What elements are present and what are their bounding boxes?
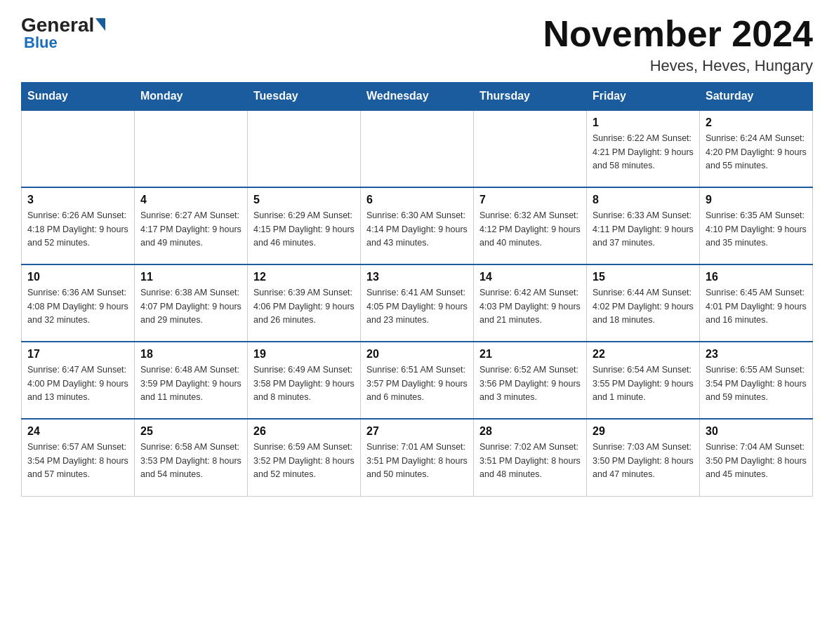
calendar-cell: 21Sunrise: 6:52 AM Sunset: 3:56 PM Dayli… bbox=[474, 342, 587, 419]
calendar-cell: 19Sunrise: 6:49 AM Sunset: 3:58 PM Dayli… bbox=[248, 342, 361, 419]
calendar-cell: 15Sunrise: 6:44 AM Sunset: 4:02 PM Dayli… bbox=[587, 264, 700, 342]
calendar-cell: 13Sunrise: 6:41 AM Sunset: 4:05 PM Dayli… bbox=[361, 264, 474, 342]
day-number: 6 bbox=[366, 194, 468, 206]
day-number: 16 bbox=[706, 271, 807, 283]
day-info: Sunrise: 6:24 AM Sunset: 4:20 PM Dayligh… bbox=[706, 132, 807, 173]
day-number: 14 bbox=[479, 271, 581, 283]
calendar-cell: 12Sunrise: 6:39 AM Sunset: 4:06 PM Dayli… bbox=[248, 264, 361, 342]
calendar-subtitle: Heves, Heves, Hungary bbox=[543, 57, 813, 75]
calendar-cell: 30Sunrise: 7:04 AM Sunset: 3:50 PM Dayli… bbox=[700, 419, 813, 496]
day-number: 18 bbox=[140, 348, 241, 361]
calendar-week-row: 17Sunrise: 6:47 AM Sunset: 4:00 PM Dayli… bbox=[22, 342, 813, 419]
day-info: Sunrise: 6:59 AM Sunset: 3:52 PM Dayligh… bbox=[253, 441, 355, 481]
calendar-cell: 25Sunrise: 6:58 AM Sunset: 3:53 PM Dayli… bbox=[135, 419, 248, 496]
day-number: 11 bbox=[140, 271, 241, 283]
day-info: Sunrise: 6:38 AM Sunset: 4:07 PM Dayligh… bbox=[140, 286, 241, 327]
weekday-header-thursday: Thursday bbox=[474, 83, 587, 111]
day-info: Sunrise: 7:03 AM Sunset: 3:50 PM Dayligh… bbox=[593, 441, 694, 481]
day-number: 22 bbox=[593, 348, 694, 361]
day-number: 30 bbox=[706, 425, 807, 438]
day-info: Sunrise: 7:01 AM Sunset: 3:51 PM Dayligh… bbox=[366, 441, 468, 481]
day-number: 26 bbox=[253, 425, 355, 438]
calendar-cell: 11Sunrise: 6:38 AM Sunset: 4:07 PM Dayli… bbox=[135, 264, 248, 342]
calendar-cell: 24Sunrise: 6:57 AM Sunset: 3:54 PM Dayli… bbox=[22, 419, 135, 496]
day-info: Sunrise: 6:47 AM Sunset: 4:00 PM Dayligh… bbox=[27, 363, 128, 404]
weekday-header-tuesday: Tuesday bbox=[248, 83, 361, 111]
weekday-header-saturday: Saturday bbox=[700, 83, 813, 111]
day-info: Sunrise: 6:58 AM Sunset: 3:53 PM Dayligh… bbox=[140, 441, 241, 481]
day-info: Sunrise: 6:39 AM Sunset: 4:06 PM Dayligh… bbox=[253, 286, 355, 327]
day-number: 7 bbox=[479, 194, 581, 206]
calendar-cell: 20Sunrise: 6:51 AM Sunset: 3:57 PM Dayli… bbox=[361, 342, 474, 419]
day-number: 28 bbox=[479, 425, 581, 438]
calendar-cell: 29Sunrise: 7:03 AM Sunset: 3:50 PM Dayli… bbox=[587, 419, 700, 496]
day-number: 29 bbox=[593, 425, 694, 438]
day-number: 24 bbox=[27, 425, 128, 438]
calendar-cell: 23Sunrise: 6:55 AM Sunset: 3:54 PM Dayli… bbox=[700, 342, 813, 419]
day-number: 23 bbox=[706, 348, 807, 361]
day-number: 10 bbox=[27, 271, 128, 283]
calendar-cell: 9Sunrise: 6:35 AM Sunset: 4:10 PM Daylig… bbox=[700, 187, 813, 264]
calendar-cell: 28Sunrise: 7:02 AM Sunset: 3:51 PM Dayli… bbox=[474, 419, 587, 496]
logo-blue-label: Blue bbox=[24, 34, 105, 52]
calendar-cell bbox=[135, 110, 248, 187]
calendar-title: November 2024 bbox=[543, 14, 813, 54]
day-info: Sunrise: 6:52 AM Sunset: 3:56 PM Dayligh… bbox=[479, 363, 581, 404]
day-info: Sunrise: 6:41 AM Sunset: 4:05 PM Dayligh… bbox=[366, 286, 468, 327]
weekday-header-row: SundayMondayTuesdayWednesdayThursdayFrid… bbox=[22, 83, 813, 111]
calendar-cell: 10Sunrise: 6:36 AM Sunset: 4:08 PM Dayli… bbox=[22, 264, 135, 342]
day-info: Sunrise: 6:48 AM Sunset: 3:59 PM Dayligh… bbox=[140, 363, 241, 404]
page-header: General Blue November 2024 Heves, Heves,… bbox=[21, 14, 813, 75]
calendar-cell: 16Sunrise: 6:45 AM Sunset: 4:01 PM Dayli… bbox=[700, 264, 813, 342]
day-number: 4 bbox=[140, 194, 241, 206]
day-info: Sunrise: 6:27 AM Sunset: 4:17 PM Dayligh… bbox=[140, 209, 241, 250]
title-area: November 2024 Heves, Heves, Hungary bbox=[543, 14, 813, 75]
day-info: Sunrise: 6:44 AM Sunset: 4:02 PM Dayligh… bbox=[593, 286, 694, 327]
calendar-cell bbox=[361, 110, 474, 187]
day-number: 2 bbox=[706, 116, 807, 129]
day-info: Sunrise: 6:45 AM Sunset: 4:01 PM Dayligh… bbox=[706, 286, 807, 327]
calendar-cell bbox=[22, 110, 135, 187]
day-info: Sunrise: 6:33 AM Sunset: 4:11 PM Dayligh… bbox=[593, 209, 694, 250]
calendar-cell: 17Sunrise: 6:47 AM Sunset: 4:00 PM Dayli… bbox=[22, 342, 135, 419]
weekday-header-friday: Friday bbox=[587, 83, 700, 111]
day-number: 8 bbox=[593, 194, 694, 206]
day-number: 27 bbox=[366, 425, 468, 438]
calendar-table: SundayMondayTuesdayWednesdayThursdayFrid… bbox=[21, 82, 813, 497]
day-info: Sunrise: 6:57 AM Sunset: 3:54 PM Dayligh… bbox=[27, 441, 128, 481]
day-number: 12 bbox=[253, 271, 355, 283]
day-info: Sunrise: 6:26 AM Sunset: 4:18 PM Dayligh… bbox=[27, 209, 128, 250]
day-number: 21 bbox=[479, 348, 581, 361]
day-info: Sunrise: 6:36 AM Sunset: 4:08 PM Dayligh… bbox=[27, 286, 128, 327]
calendar-cell: 7Sunrise: 6:32 AM Sunset: 4:12 PM Daylig… bbox=[474, 187, 587, 264]
day-number: 15 bbox=[593, 271, 694, 283]
weekday-header-wednesday: Wednesday bbox=[361, 83, 474, 111]
calendar-cell: 27Sunrise: 7:01 AM Sunset: 3:51 PM Dayli… bbox=[361, 419, 474, 496]
day-info: Sunrise: 7:02 AM Sunset: 3:51 PM Dayligh… bbox=[479, 441, 581, 481]
calendar-cell: 4Sunrise: 6:27 AM Sunset: 4:17 PM Daylig… bbox=[135, 187, 248, 264]
day-number: 19 bbox=[253, 348, 355, 361]
calendar-cell bbox=[248, 110, 361, 187]
weekday-header-monday: Monday bbox=[135, 83, 248, 111]
day-info: Sunrise: 6:35 AM Sunset: 4:10 PM Dayligh… bbox=[706, 209, 807, 250]
day-info: Sunrise: 7:04 AM Sunset: 3:50 PM Dayligh… bbox=[706, 441, 807, 481]
day-info: Sunrise: 6:55 AM Sunset: 3:54 PM Dayligh… bbox=[706, 363, 807, 404]
logo-arrow-icon bbox=[95, 18, 105, 31]
day-info: Sunrise: 6:42 AM Sunset: 4:03 PM Dayligh… bbox=[479, 286, 581, 327]
day-info: Sunrise: 6:22 AM Sunset: 4:21 PM Dayligh… bbox=[593, 132, 694, 173]
day-number: 9 bbox=[706, 194, 807, 206]
calendar-cell: 1Sunrise: 6:22 AM Sunset: 4:21 PM Daylig… bbox=[587, 110, 700, 187]
calendar-cell: 3Sunrise: 6:26 AM Sunset: 4:18 PM Daylig… bbox=[22, 187, 135, 264]
calendar-cell: 8Sunrise: 6:33 AM Sunset: 4:11 PM Daylig… bbox=[587, 187, 700, 264]
calendar-cell: 26Sunrise: 6:59 AM Sunset: 3:52 PM Dayli… bbox=[248, 419, 361, 496]
day-number: 1 bbox=[593, 116, 694, 129]
calendar-cell: 18Sunrise: 6:48 AM Sunset: 3:59 PM Dayli… bbox=[135, 342, 248, 419]
day-number: 17 bbox=[27, 348, 128, 361]
calendar-week-row: 24Sunrise: 6:57 AM Sunset: 3:54 PM Dayli… bbox=[22, 419, 813, 496]
calendar-week-row: 1Sunrise: 6:22 AM Sunset: 4:21 PM Daylig… bbox=[22, 110, 813, 187]
calendar-cell: 5Sunrise: 6:29 AM Sunset: 4:15 PM Daylig… bbox=[248, 187, 361, 264]
day-number: 13 bbox=[366, 271, 468, 283]
day-info: Sunrise: 6:30 AM Sunset: 4:14 PM Dayligh… bbox=[366, 209, 468, 250]
logo: General Blue bbox=[21, 14, 105, 52]
calendar-week-row: 3Sunrise: 6:26 AM Sunset: 4:18 PM Daylig… bbox=[22, 187, 813, 264]
